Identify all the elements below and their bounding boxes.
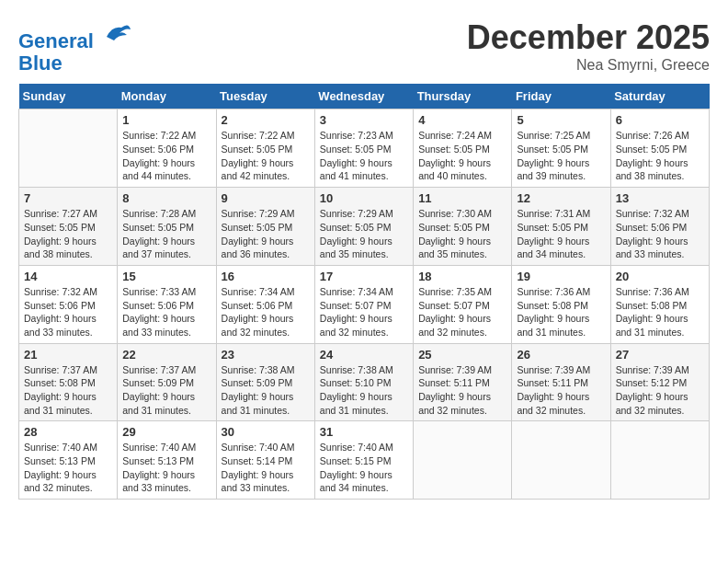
title-block: December 2025 Nea Smyrni, Greece	[467, 18, 710, 74]
cell-info: Sunrise: 7:39 AM Sunset: 5:11 PM Dayligh…	[517, 363, 605, 418]
calendar-cell: 29Sunrise: 7:40 AM Sunset: 5:13 PM Dayli…	[118, 421, 216, 500]
cell-info: Sunrise: 7:36 AM Sunset: 5:08 PM Dayligh…	[517, 285, 605, 339]
day-number: 27	[616, 348, 704, 362]
day-number: 17	[320, 270, 408, 283]
day-number: 28	[24, 425, 112, 439]
day-number: 2	[222, 113, 310, 127]
day-number: 6	[616, 113, 704, 127]
weekday-header-wednesday: Wednesday	[314, 84, 413, 109]
calendar-cell: 25Sunrise: 7:39 AM Sunset: 5:11 PM Dayli…	[414, 343, 512, 421]
weekday-header-saturday: Saturday	[610, 84, 709, 109]
day-number: 5	[517, 113, 605, 127]
cell-info: Sunrise: 7:35 AM Sunset: 5:07 PM Dayligh…	[418, 285, 506, 339]
day-number: 3	[320, 113, 408, 127]
cell-info: Sunrise: 7:40 AM Sunset: 5:13 PM Dayligh…	[24, 441, 112, 495]
month-title: December 2025	[467, 18, 710, 57]
calendar-cell: 27Sunrise: 7:39 AM Sunset: 5:12 PM Dayli…	[610, 343, 709, 421]
logo-blue: Blue	[18, 52, 63, 75]
cell-info: Sunrise: 7:30 AM Sunset: 5:05 PM Dayligh…	[418, 207, 506, 261]
cell-info: Sunrise: 7:40 AM Sunset: 5:15 PM Dayligh…	[320, 441, 408, 495]
calendar-cell: 19Sunrise: 7:36 AM Sunset: 5:08 PM Dayli…	[512, 265, 610, 343]
day-number: 26	[517, 348, 605, 362]
cell-info: Sunrise: 7:32 AM Sunset: 5:06 PM Dayligh…	[616, 207, 704, 261]
day-number: 16	[222, 270, 310, 283]
day-number: 1	[122, 113, 210, 127]
calendar-cell: 24Sunrise: 7:38 AM Sunset: 5:10 PM Dayli…	[314, 343, 413, 421]
cell-info: Sunrise: 7:32 AM Sunset: 5:06 PM Dayligh…	[24, 285, 112, 339]
calendar-cell	[610, 421, 709, 500]
calendar-cell: 17Sunrise: 7:34 AM Sunset: 5:07 PM Dayli…	[314, 265, 413, 343]
calendar-cell: 26Sunrise: 7:39 AM Sunset: 5:11 PM Dayli…	[512, 343, 610, 421]
calendar-cell: 10Sunrise: 7:29 AM Sunset: 5:05 PM Dayli…	[314, 188, 413, 266]
cell-info: Sunrise: 7:38 AM Sunset: 5:10 PM Dayligh…	[320, 363, 408, 418]
cell-info: Sunrise: 7:40 AM Sunset: 5:14 PM Dayligh…	[222, 441, 310, 495]
logo-general: General	[18, 29, 94, 52]
calendar-week-row: 28Sunrise: 7:40 AM Sunset: 5:13 PM Dayli…	[19, 421, 710, 500]
calendar-cell: 12Sunrise: 7:31 AM Sunset: 5:05 PM Dayli…	[512, 188, 610, 266]
day-number: 29	[122, 425, 210, 439]
calendar-cell: 2Sunrise: 7:22 AM Sunset: 5:05 PM Daylig…	[216, 109, 314, 188]
day-number: 31	[320, 425, 408, 439]
cell-info: Sunrise: 7:37 AM Sunset: 5:09 PM Dayligh…	[122, 363, 210, 418]
calendar-cell	[414, 421, 512, 500]
calendar-cell: 5Sunrise: 7:25 AM Sunset: 5:05 PM Daylig…	[512, 109, 610, 188]
calendar-table: SundayMondayTuesdayWednesdayThursdayFrid…	[18, 84, 710, 500]
cell-info: Sunrise: 7:34 AM Sunset: 5:07 PM Dayligh…	[320, 285, 408, 339]
day-number: 30	[222, 425, 310, 439]
cell-info: Sunrise: 7:40 AM Sunset: 5:13 PM Dayligh…	[122, 441, 210, 495]
cell-info: Sunrise: 7:39 AM Sunset: 5:11 PM Dayligh…	[418, 363, 506, 418]
calendar-cell: 20Sunrise: 7:36 AM Sunset: 5:08 PM Dayli…	[610, 265, 709, 343]
cell-info: Sunrise: 7:26 AM Sunset: 5:05 PM Dayligh…	[616, 129, 704, 183]
calendar-cell: 30Sunrise: 7:40 AM Sunset: 5:14 PM Dayli…	[216, 421, 314, 500]
day-number: 10	[320, 191, 408, 205]
cell-info: Sunrise: 7:31 AM Sunset: 5:05 PM Dayligh…	[517, 207, 605, 261]
location: Nea Smyrni, Greece	[467, 57, 710, 74]
day-number: 8	[122, 191, 210, 205]
logo-bird-icon	[103, 18, 132, 48]
day-number: 23	[222, 348, 310, 362]
day-number: 11	[418, 191, 506, 205]
calendar-cell: 21Sunrise: 7:37 AM Sunset: 5:08 PM Dayli…	[19, 343, 118, 421]
day-number: 18	[418, 270, 506, 283]
day-number: 19	[517, 270, 605, 283]
weekday-header-friday: Friday	[512, 84, 610, 109]
weekday-header-sunday: Sunday	[19, 84, 118, 109]
calendar-cell: 4Sunrise: 7:24 AM Sunset: 5:05 PM Daylig…	[414, 109, 512, 188]
calendar-cell: 23Sunrise: 7:38 AM Sunset: 5:09 PM Dayli…	[216, 343, 314, 421]
calendar-cell: 22Sunrise: 7:37 AM Sunset: 5:09 PM Dayli…	[118, 343, 216, 421]
page-header: General Blue December 2025 Nea Smyrni, G…	[18, 18, 710, 75]
calendar-cell: 1Sunrise: 7:22 AM Sunset: 5:06 PM Daylig…	[118, 109, 216, 188]
cell-info: Sunrise: 7:33 AM Sunset: 5:06 PM Dayligh…	[122, 285, 210, 339]
weekday-header-monday: Monday	[118, 84, 216, 109]
cell-info: Sunrise: 7:37 AM Sunset: 5:08 PM Dayligh…	[24, 363, 112, 418]
day-number: 21	[24, 348, 112, 362]
cell-info: Sunrise: 7:22 AM Sunset: 5:05 PM Dayligh…	[222, 129, 310, 183]
day-number: 25	[418, 348, 506, 362]
cell-info: Sunrise: 7:24 AM Sunset: 5:05 PM Dayligh…	[418, 129, 506, 183]
cell-info: Sunrise: 7:36 AM Sunset: 5:08 PM Dayligh…	[616, 285, 704, 339]
calendar-cell: 28Sunrise: 7:40 AM Sunset: 5:13 PM Dayli…	[19, 421, 118, 500]
day-number: 14	[24, 270, 112, 283]
calendar-cell: 14Sunrise: 7:32 AM Sunset: 5:06 PM Dayli…	[19, 265, 118, 343]
calendar-week-row: 7Sunrise: 7:27 AM Sunset: 5:05 PM Daylig…	[19, 188, 710, 266]
day-number: 7	[24, 191, 112, 205]
calendar-cell: 6Sunrise: 7:26 AM Sunset: 5:05 PM Daylig…	[610, 109, 709, 188]
day-number: 20	[616, 270, 704, 283]
day-number: 15	[122, 270, 210, 283]
calendar-cell: 9Sunrise: 7:29 AM Sunset: 5:05 PM Daylig…	[216, 188, 314, 266]
calendar-cell: 31Sunrise: 7:40 AM Sunset: 5:15 PM Dayli…	[314, 421, 413, 500]
cell-info: Sunrise: 7:38 AM Sunset: 5:09 PM Dayligh…	[222, 363, 310, 418]
cell-info: Sunrise: 7:25 AM Sunset: 5:05 PM Dayligh…	[517, 129, 605, 183]
calendar-week-row: 21Sunrise: 7:37 AM Sunset: 5:08 PM Dayli…	[19, 343, 710, 421]
calendar-week-row: 14Sunrise: 7:32 AM Sunset: 5:06 PM Dayli…	[19, 265, 710, 343]
calendar-cell	[19, 109, 118, 188]
calendar-cell: 18Sunrise: 7:35 AM Sunset: 5:07 PM Dayli…	[414, 265, 512, 343]
day-number: 4	[418, 113, 506, 127]
calendar-cell: 15Sunrise: 7:33 AM Sunset: 5:06 PM Dayli…	[118, 265, 216, 343]
day-number: 9	[222, 191, 310, 205]
calendar-cell: 16Sunrise: 7:34 AM Sunset: 5:06 PM Dayli…	[216, 265, 314, 343]
day-number: 22	[122, 348, 210, 362]
weekday-header-thursday: Thursday	[414, 84, 512, 109]
calendar-cell: 3Sunrise: 7:23 AM Sunset: 5:05 PM Daylig…	[314, 109, 413, 188]
day-number: 13	[616, 191, 704, 205]
